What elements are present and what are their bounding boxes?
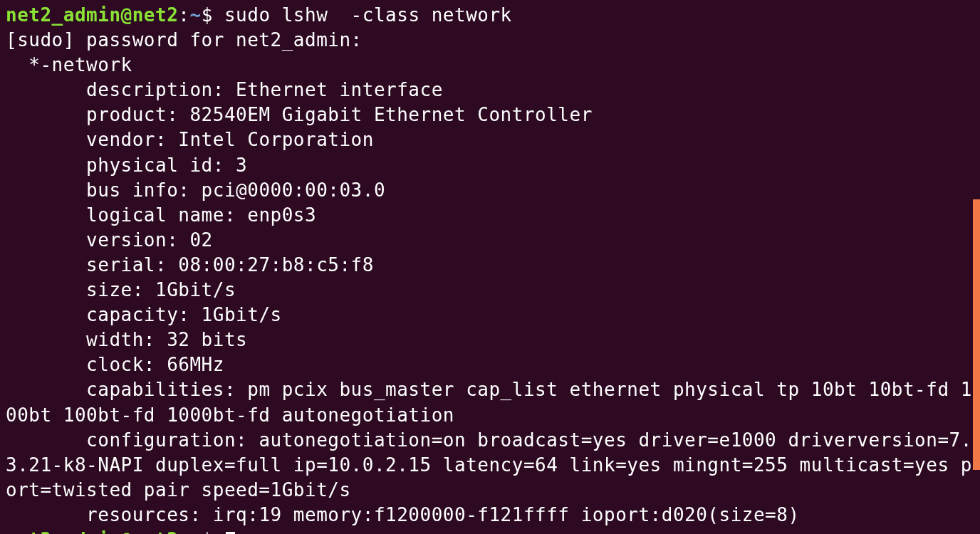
prompt-dollar: $ [202,4,224,26]
prompt-path: ~ [189,4,201,26]
output-line: bus info: pci@0000:00:03.0 [6,179,385,201]
command-text: sudo lshw -class network [224,4,512,26]
output-line: logical name: enp0s3 [6,204,316,226]
prompt-dollar: $ [202,529,224,534]
prompt-user: net2_admin@net2 [6,529,178,534]
scrollbar[interactable] [973,199,980,470]
output-line: physical id: 3 [6,155,247,176]
output-line: clock: 66MHz [6,354,224,375]
output-line: version: 02 [6,229,213,251]
output-line: *-network [6,54,132,75]
terminal[interactable]: net2_admin@net2:~$ sudo lshw -class netw… [6,3,974,534]
output-line: resources: irq:19 memory:f1200000-f121ff… [6,504,800,525]
prompt-user: net2_admin@net2 [6,4,178,26]
output-line: capabilities: pm pcix bus_master cap_lis… [6,379,972,425]
output-line: configuration: autonegotiation=on broadc… [6,429,972,501]
output-line: product: 82540EM Gigabit Ethernet Contro… [6,104,593,125]
output-line: vendor: Intel Corporation [6,129,374,150]
output-line: serial: 08:00:27:b8:c5:f8 [6,254,374,276]
output-line: [sudo] password for net2_admin: [6,29,363,51]
output-line: size: 1Gbit/s [6,279,236,300]
prompt-colon: : [178,529,189,534]
output-line: width: 32 bits [6,329,247,350]
output-line: description: Ethernet interface [6,79,443,100]
output-line: capacity: 1Gbit/s [6,304,282,325]
prompt-path: ~ [189,529,201,534]
prompt-colon: : [178,4,189,26]
